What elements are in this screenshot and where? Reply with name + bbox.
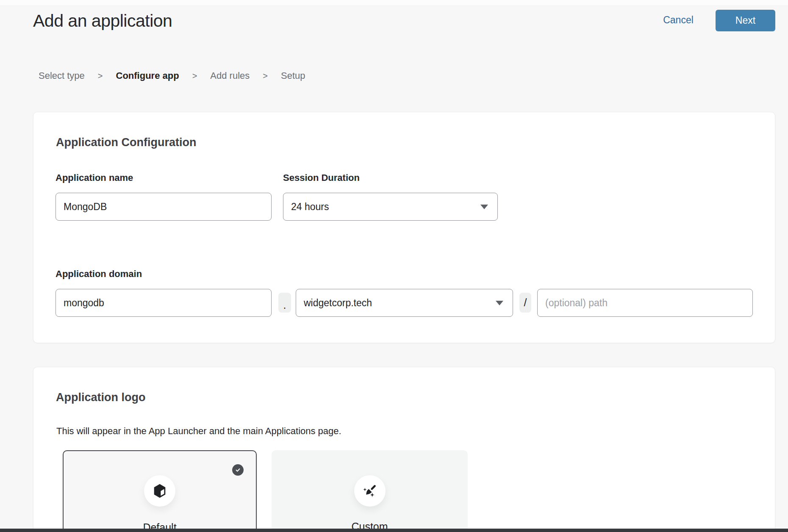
top-edge-strip bbox=[0, 0, 788, 5]
breadcrumb: Select type > Configure app > Add rules … bbox=[39, 70, 305, 81]
path-input[interactable] bbox=[537, 289, 753, 317]
chevron-down-icon bbox=[480, 205, 488, 209]
subdomain-input[interactable] bbox=[55, 289, 272, 317]
application-configuration-card: Application Configuration Application na… bbox=[33, 112, 775, 343]
cancel-button[interactable]: Cancel bbox=[659, 14, 697, 26]
logo-heading: Application logo bbox=[56, 391, 145, 404]
breadcrumb-select-type[interactable]: Select type bbox=[39, 70, 85, 81]
add-application-page: Add an application Cancel Next Select ty… bbox=[0, 0, 788, 532]
next-button[interactable]: Next bbox=[716, 10, 775, 31]
domain-select-value: widgetcorp.tech bbox=[304, 297, 372, 309]
breadcrumb-separator-icon: > bbox=[263, 71, 268, 81]
breadcrumb-configure-app: Configure app bbox=[116, 70, 179, 81]
logo-option-custom[interactable]: Custom bbox=[272, 450, 468, 532]
breadcrumb-separator-icon: > bbox=[98, 71, 103, 81]
application-name-label: Application name bbox=[55, 172, 133, 183]
dot-character: . bbox=[283, 299, 286, 311]
application-name-input[interactable] bbox=[55, 193, 272, 221]
session-duration-label: Session Duration bbox=[283, 172, 360, 183]
application-logo-card: Application logo This will appear in the… bbox=[33, 367, 775, 532]
bottom-edge-strip bbox=[0, 529, 788, 532]
cube-icon bbox=[152, 483, 168, 499]
page-title: Add an application bbox=[33, 11, 172, 31]
check-icon bbox=[234, 466, 241, 474]
breadcrumb-separator-icon: > bbox=[192, 71, 197, 81]
application-domain-label: Application domain bbox=[55, 269, 142, 280]
domain-dot-separator: . bbox=[278, 293, 291, 313]
configuration-heading: Application Configuration bbox=[56, 136, 196, 149]
breadcrumb-setup[interactable]: Setup bbox=[281, 70, 305, 81]
chevron-down-icon bbox=[496, 301, 503, 305]
paintbrush-icon bbox=[361, 482, 378, 499]
logo-option-default[interactable]: Default bbox=[63, 450, 257, 532]
custom-logo-circle bbox=[354, 475, 386, 507]
logo-description: This will appear in the App Launcher and… bbox=[56, 426, 341, 437]
session-duration-value: 24 hours bbox=[291, 201, 329, 213]
session-duration-select[interactable]: 24 hours bbox=[283, 193, 498, 221]
selected-check-badge bbox=[232, 464, 244, 476]
default-logo-circle bbox=[144, 475, 175, 507]
domain-slash-separator: / bbox=[519, 293, 531, 313]
breadcrumb-add-rules[interactable]: Add rules bbox=[210, 70, 250, 81]
domain-select[interactable]: widgetcorp.tech bbox=[296, 289, 513, 317]
